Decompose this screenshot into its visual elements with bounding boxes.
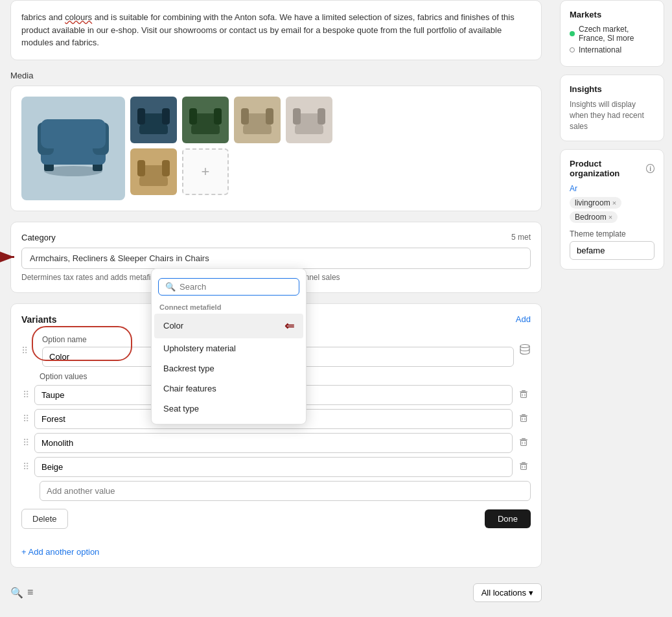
- svg-rect-31: [522, 390, 526, 391]
- description-card: fabrics and colours and is suitable for …: [10, 0, 542, 60]
- done-button[interactable]: Done: [485, 509, 531, 528]
- svg-rect-10: [139, 125, 168, 134]
- market-item-czech: Czech market, France, Sl more: [570, 25, 655, 43]
- option-value-input-monolith[interactable]: [34, 433, 513, 453]
- dropdown-item-upholstery[interactable]: Upholstery material: [154, 338, 303, 358]
- description-text: fabrics and colours and is suitable for …: [21, 11, 531, 49]
- media-thumb-5[interactable]: [130, 148, 177, 195]
- media-row-bottom: +: [130, 148, 332, 195]
- trash-icon-beige: [519, 461, 528, 471]
- trash-icon-taupe: [519, 390, 528, 399]
- category-arrow-indicator: [0, 250, 18, 267]
- sidebar: Markets Czech market, France, Sl more In…: [552, 0, 672, 617]
- product-org-label: Product organization: [570, 159, 643, 178]
- tag-bedroom[interactable]: Bedroom ×: [570, 211, 618, 223]
- dropdown-item-chair-features-label: Chair features: [163, 384, 216, 393]
- market-item-international: International: [570, 45, 655, 54]
- add-media-icon: +: [202, 163, 210, 180]
- drag-handle-beige[interactable]: ⠿: [21, 461, 30, 472]
- dropdown-item-seat-type-label: Seat type: [163, 404, 199, 413]
- svg-rect-21: [318, 108, 325, 124]
- drag-handle-monolith[interactable]: ⠿: [21, 437, 30, 448]
- insights-text: Insights will display when they had rece…: [570, 99, 655, 132]
- trash-icon-forest: [519, 413, 528, 423]
- trash-icon-monolith: [519, 437, 528, 447]
- media-thumb-2[interactable]: [182, 97, 229, 143]
- thumb-chair-5: [134, 152, 173, 191]
- media-thumb-3[interactable]: [234, 97, 281, 143]
- svg-rect-17: [266, 108, 273, 124]
- search-button[interactable]: 🔍: [10, 587, 23, 599]
- option-value-row-monolith: ⠿: [21, 433, 531, 453]
- svg-rect-37: [521, 416, 527, 421]
- svg-rect-18: [243, 125, 272, 134]
- dropdown-section-label: Connect metafield: [152, 301, 306, 314]
- option-value-row-beige: ⠿: [21, 457, 531, 477]
- drag-dots-icon: ⠿: [21, 345, 28, 356]
- variants-add-link[interactable]: Add: [516, 314, 531, 324]
- svg-rect-47: [521, 464, 527, 469]
- database-icon[interactable]: [519, 343, 531, 358]
- all-locations-button[interactable]: All locations ▾: [473, 583, 542, 602]
- option-value-input-beige[interactable]: [34, 457, 513, 477]
- dropdown-item-color-label: Color: [163, 321, 183, 331]
- delete-monolith-button[interactable]: [516, 435, 531, 451]
- arrow-right-icon: ⇐: [284, 319, 294, 333]
- theme-template-input[interactable]: [570, 241, 655, 260]
- drag-handle-option: ⠿: [21, 345, 37, 356]
- delete-taupe-button[interactable]: [516, 387, 531, 403]
- media-card: +: [10, 86, 542, 211]
- tag-livingroom[interactable]: livingroom ×: [570, 197, 621, 209]
- category-header: Category 5 met: [21, 233, 531, 242]
- variants-title: Variants: [21, 314, 56, 325]
- tag-livingroom-label: livingroom: [575, 198, 610, 207]
- markets-title: Markets: [570, 10, 655, 19]
- info-icon[interactable]: i: [646, 164, 655, 173]
- drag-handle-forest[interactable]: ⠿: [21, 413, 30, 424]
- db-svg: [519, 343, 531, 355]
- media-add-button[interactable]: +: [182, 148, 229, 195]
- metafields-badge: 5 met: [511, 233, 531, 242]
- market-czech-label: Czech market, France, Sl more: [579, 25, 655, 43]
- tag-bedroom-label: Bedroom: [575, 213, 607, 222]
- delete-beige-button[interactable]: [516, 459, 531, 475]
- bottom-bar: 🔍 ≡ All locations ▾: [10, 578, 542, 602]
- dropdown-item-backrest[interactable]: Backrest type: [154, 358, 303, 378]
- product-org-link[interactable]: Ar: [570, 184, 577, 193]
- dropdown-search-input[interactable]: [180, 282, 292, 292]
- media-thumb-4[interactable]: [286, 97, 332, 143]
- media-thumb-1[interactable]: [130, 97, 177, 143]
- category-card: Category 5 met: [10, 222, 542, 293]
- tag-livingroom-remove[interactable]: ×: [612, 199, 616, 207]
- svg-rect-16: [241, 108, 249, 124]
- add-another-value-row: [21, 481, 531, 501]
- active-market-dot: [570, 31, 575, 36]
- media-thumbs-col: +: [130, 97, 332, 200]
- category-input[interactable]: [21, 248, 531, 269]
- media-main-image[interactable]: [21, 97, 125, 200]
- tag-bedroom-remove[interactable]: ×: [608, 213, 612, 221]
- variant-actions: Delete Done: [21, 509, 531, 529]
- filter-button[interactable]: ≡: [27, 587, 33, 598]
- category-label: Category: [21, 233, 56, 242]
- thumb-chair-3: [238, 100, 277, 139]
- delete-variant-button[interactable]: Delete: [21, 509, 68, 529]
- svg-rect-14: [191, 125, 220, 134]
- svg-rect-46: [522, 462, 526, 463]
- svg-rect-41: [522, 438, 526, 439]
- media-row-top: [130, 97, 332, 143]
- search-filter-group: 🔍 ≡: [10, 587, 33, 599]
- dropdown-item-chair-features[interactable]: Chair features: [154, 378, 303, 399]
- chevron-down-icon: ▾: [529, 588, 533, 598]
- svg-rect-13: [214, 108, 222, 124]
- drag-handle-taupe[interactable]: ⠿: [21, 390, 30, 400]
- delete-forest-button[interactable]: [516, 411, 531, 427]
- svg-rect-12: [189, 108, 197, 124]
- dropdown-item-seat-type[interactable]: Seat type: [154, 399, 303, 419]
- add-another-option-link[interactable]: + Add another option: [21, 547, 99, 557]
- add-another-value-input[interactable]: [40, 481, 531, 501]
- thumb-chair-1: [134, 100, 173, 139]
- dropdown-item-color[interactable]: Color ⇐: [154, 314, 303, 338]
- insights-title: Insights: [570, 84, 655, 94]
- svg-rect-26: [139, 177, 168, 186]
